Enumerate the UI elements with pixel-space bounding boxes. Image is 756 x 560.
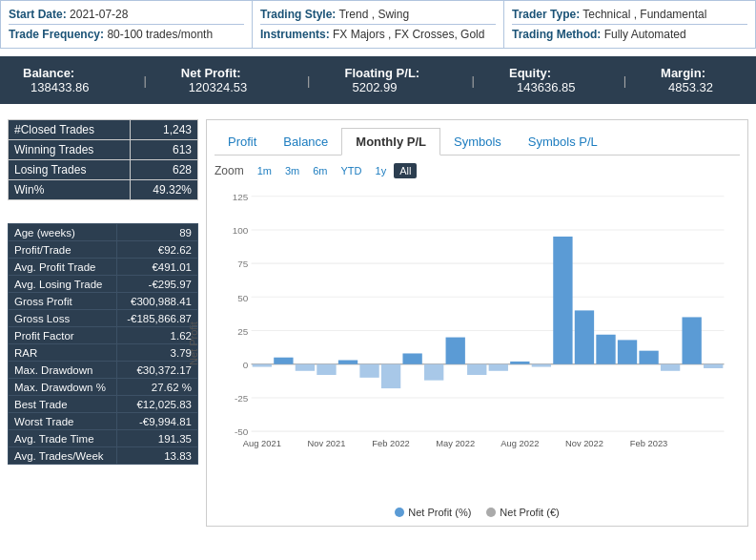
chart-bar [274, 358, 293, 364]
zoom-btn-1y[interactable]: 1y [370, 163, 393, 178]
chart-bar [532, 364, 551, 367]
tab-symbols-p-l[interactable]: Symbols P/L [515, 128, 611, 155]
chart-bar [338, 361, 358, 364]
stat-label: Win% [9, 180, 131, 200]
chart-bar [489, 364, 508, 371]
stat-value: 1,243 [131, 120, 198, 140]
chart-tabs: ProfitBalanceMonthly P/LSymbolsSymbols P… [215, 128, 740, 156]
header-col-1: Start Date: 2021-07-28 Trade Frequency: … [1, 1, 253, 48]
svg-text:Feb 2023: Feb 2023 [630, 439, 668, 448]
legend-label-1: Net Profit (%) [408, 507, 471, 518]
svg-text:75: 75 [237, 259, 249, 270]
net-profit-display: Net Profit: 120324.53 [181, 66, 273, 94]
svg-text:-50: -50 [235, 427, 249, 438]
start-date-value: 2021-07-28 [70, 8, 128, 21]
header-row-method: Trading Method: Fully Automated [512, 25, 747, 44]
header-row-start-date: Start Date: 2021-07-28 [9, 5, 244, 25]
stat-label: Avg. Trades/Week [9, 447, 117, 465]
legend-dot-gray [486, 508, 496, 517]
stat-value: €92.62 [117, 241, 198, 259]
stat-value: 13.83 [117, 447, 198, 465]
stat-value: -€185,866.87 [117, 310, 198, 327]
svg-text:100: 100 [233, 225, 249, 236]
stat-value: 3.79 [117, 344, 198, 362]
balance-value: 138433.86 [31, 80, 89, 94]
table-row: Age (weeks)89 [9, 224, 198, 241]
stat-value: €30,372.17 [117, 362, 198, 379]
stat-value: -€9,994.81 [117, 413, 198, 430]
stat-label: Avg. Trade Time [9, 430, 117, 447]
stat-label: Gross Loss [9, 310, 117, 327]
header-col-3: Trader Type: Technical , Fundamental Tra… [504, 1, 755, 48]
balance-bar: Balance: 138433.86 | Net Profit: 120324.… [0, 56, 756, 104]
chart-svg: 1251007550250-25-50Aug 2021Nov 2021Feb 2… [215, 186, 740, 472]
style-value: Trend , Swing [338, 8, 409, 21]
table-row: Avg. Losing Trade-€295.97 [9, 276, 198, 293]
chart-bar [424, 364, 443, 381]
margin-value: 4853.32 [668, 80, 713, 94]
header-col-2: Trading Style: Trend , Swing Instruments… [253, 1, 504, 48]
stat-value: 49.32% [131, 180, 198, 200]
tab-profit[interactable]: Profit [215, 128, 270, 155]
stat-label: Max. Drawdown % [9, 379, 117, 396]
zoom-btn-3m[interactable]: 3m [279, 163, 305, 178]
table-row: Winning Trades613 [9, 140, 198, 160]
header-row-style: Trading Style: Trend , Swing [260, 5, 496, 25]
header-row-trader-type: Trader Type: Technical , Fundamental [512, 5, 747, 25]
right-panel: ProfitBalanceMonthly P/LSymbolsSymbols P… [206, 119, 748, 527]
zoom-btn-1m[interactable]: 1m [252, 163, 277, 178]
chart-bar [618, 340, 637, 363]
chart-bar [381, 364, 400, 388]
table-row: Avg. Profit Trade€491.01 [9, 259, 198, 276]
legend-net-profit-pct: Net Profit (%) [395, 507, 471, 518]
tab-monthly-p-l[interactable]: Monthly P/L [341, 128, 440, 156]
trader-type-label: Trader Type: [512, 8, 580, 21]
chart-bar [575, 310, 594, 363]
zoom-btn-ytd[interactable]: YTD [336, 163, 368, 178]
zoom-btn-6m[interactable]: 6m [307, 163, 333, 178]
svg-text:0: 0 [243, 360, 249, 370]
chart-bar [553, 237, 572, 364]
stat-label: Best Trade [9, 396, 117, 413]
chart-bar [317, 364, 336, 375]
tab-symbols[interactable]: Symbols [440, 128, 515, 155]
equity-value: 143636.85 [517, 80, 575, 94]
tab-balance[interactable]: Balance [270, 128, 341, 155]
zoom-btn-all[interactable]: All [394, 163, 417, 178]
chart-bar [359, 364, 378, 378]
table-row: #Closed Trades1,243 [9, 120, 198, 140]
stat-value: -€295.97 [117, 276, 198, 293]
stat-label: Losing Trades [9, 160, 131, 180]
table-row: Gross Loss-€185,866.87 [9, 310, 198, 327]
chart-bar [253, 364, 272, 367]
frequency-label: Trade Frequency: [9, 28, 104, 41]
stat-value: €491.01 [117, 259, 198, 276]
stat-label: Age (weeks) [9, 224, 117, 241]
table-row: Best Trade€12,025.83 [9, 396, 198, 413]
svg-text:Aug 2021: Aug 2021 [243, 439, 281, 448]
chart-legend: Net Profit (%) Net Profit (€) [215, 507, 740, 518]
table-row: Worst Trade-€9,994.81 [9, 413, 198, 430]
equity-display: Equity: 143636.85 [509, 66, 589, 94]
stat-label: #Closed Trades [9, 120, 131, 140]
left-panel: #Closed Trades1,243Winning Trades613Losi… [8, 119, 198, 527]
stat-label: Max. Drawdown [9, 362, 117, 379]
stat-label: Worst Trade [9, 413, 117, 430]
table-row: Max. Drawdown %27.62 % [9, 379, 198, 396]
table-row: Profit/Trade€92.62 [9, 241, 198, 259]
svg-text:Nov 2021: Nov 2021 [307, 439, 345, 448]
y-axis-label: Net Profit [188, 321, 199, 365]
svg-text:25: 25 [237, 326, 249, 337]
stat-label: Gross Profit [9, 293, 117, 310]
method-value: Fully Automated [604, 28, 686, 41]
chart-area: Net Profit 1251007550250-25-50Aug 2021No… [215, 186, 740, 501]
floating-value: 5202.99 [352, 80, 397, 94]
chart-bar [446, 338, 465, 364]
stat-label: Avg. Profit Trade [9, 259, 117, 276]
stat-value: 89 [117, 224, 198, 241]
stat-value: 1.62 [117, 327, 198, 344]
stat-label: Winning Trades [9, 140, 131, 160]
chart-bar [510, 362, 529, 364]
instruments-value: FX Majors , FX Crosses, Gold [333, 28, 484, 41]
table-row: Avg. Trades/Week13.83 [9, 447, 198, 465]
